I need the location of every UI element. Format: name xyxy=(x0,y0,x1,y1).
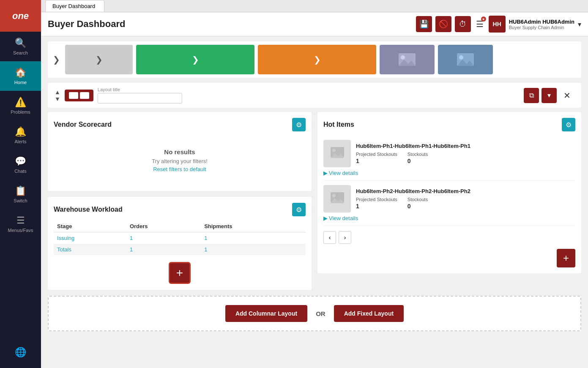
cancel-button[interactable]: 🚫 xyxy=(435,16,451,32)
switch-icon: 📋 xyxy=(15,185,26,196)
header-menu-button[interactable]: ☰ ★ xyxy=(474,17,485,31)
sidebar-item-label: Alerts xyxy=(14,139,26,144)
sidebar-item-label: Menus/Favs xyxy=(8,228,33,233)
main-content: ❯ ❯ ❯ ❯ xyxy=(41,36,588,368)
carousel-card-orange: ❯ xyxy=(258,45,376,74)
no-results-area: No results Try altering your filters! Re… xyxy=(54,136,306,185)
chat-icon: 💬 xyxy=(15,156,26,167)
chevron-down-icon: ▾ xyxy=(578,20,581,28)
hot-item-thumb-2 xyxy=(323,185,351,213)
svg-point-2 xyxy=(401,55,405,60)
view-details-link-1[interactable]: ▶ View details xyxy=(323,170,575,176)
proj-value-1: 1 xyxy=(356,158,397,164)
add-widget-area-left: + xyxy=(54,255,306,284)
user-name: HUB6Admin HUB6Admin xyxy=(509,19,574,25)
view-details-link-2[interactable]: ▶ View details xyxy=(323,215,575,221)
bottom-action-bar: Add Columnar Layout OR Add Fixed Layout xyxy=(48,296,581,331)
hot-item-stats-1: Projected Stockouts 1 Stockouts 0 xyxy=(356,152,575,164)
close-layout-button[interactable]: ✕ xyxy=(559,88,574,103)
sidebar-item-problems[interactable]: ⚠️ Problems xyxy=(0,91,41,120)
page-header: Buyer Dashboard 💾 🚫 ⏱ ☰ ★ HH HUB6Admin H… xyxy=(41,12,588,36)
chevron-down-icon: ▾ xyxy=(547,91,551,99)
add-widget-button-right[interactable]: + xyxy=(557,249,575,267)
hot-item-details-1: Hub6Item-Ph1-Hub6Item-Ph1-Hub6Item-Ph1 P… xyxy=(356,143,575,164)
layout-reorder: ▲ ▼ xyxy=(55,89,60,102)
layout-dropdown-button[interactable]: ▾ xyxy=(542,88,557,103)
sidebar-item-globe[interactable]: 🌐 xyxy=(0,341,41,364)
sidebar-item-label: Chats xyxy=(14,169,27,174)
warehouse-settings-button[interactable]: ⚙ xyxy=(292,203,306,216)
sidebar-item-home[interactable]: 🏠 Home xyxy=(0,61,41,91)
sidebar: one 🔍 Search 🏠 Home ⚠️ Problems 🔔 Alerts… xyxy=(0,0,41,368)
settings-icon: ⚙ xyxy=(296,121,302,129)
shipments-issuing: 1 xyxy=(201,232,306,244)
save-button[interactable]: 💾 xyxy=(416,16,432,32)
layout-rect1 xyxy=(69,92,78,99)
reorder-up-button[interactable]: ▲ xyxy=(55,89,60,95)
col-shipments: Shipments xyxy=(201,221,306,232)
projected-stockouts-2: Projected Stockouts 1 xyxy=(356,197,397,210)
sidebar-item-menus[interactable]: ☰ Menus/Favs xyxy=(0,209,41,239)
hot-items-settings-button[interactable]: ⚙ xyxy=(562,118,575,131)
page-prev-button[interactable]: ‹ xyxy=(323,231,336,244)
image-placeholder2-icon xyxy=(455,51,476,68)
layout-toolbar: ▲ ▼ Layout title ⧉ ▾ ✕ xyxy=(48,83,581,108)
orders-issuing: 1 xyxy=(126,232,201,244)
plus-icon: + xyxy=(176,266,183,280)
proj-label-1: Projected Stockouts xyxy=(356,152,397,157)
stockouts-2: Stockouts 0 xyxy=(407,197,428,210)
table-row: Issuing 1 1 xyxy=(54,232,306,244)
sidebar-item-alerts[interactable]: 🔔 Alerts xyxy=(0,120,41,150)
carousel-card-image1 xyxy=(380,45,435,74)
vendor-scorecard-header: Vendor Scorecard ⚙ xyxy=(54,118,306,131)
vendor-scorecard-settings-button[interactable]: ⚙ xyxy=(292,118,306,131)
user-info[interactable]: HH HUB6Admin HUB6Admin Buyer Supply Chai… xyxy=(489,16,581,33)
carousel-card-green: ❯ xyxy=(136,45,254,74)
stockouts-label-2: Stockouts xyxy=(407,197,428,202)
page-title: Buyer Dashboard xyxy=(48,19,411,30)
layout-style-button[interactable] xyxy=(65,90,93,101)
copy-layout-button[interactable]: ⧉ xyxy=(524,88,539,103)
user-role: Buyer Supply Chain Admin xyxy=(509,25,574,30)
hot-item-row-2: Hub6Item-Ph2-Hub6Item-Ph2-Hub6Item-Ph2 P… xyxy=(323,185,575,213)
page-next-button[interactable]: › xyxy=(339,231,351,244)
sidebar-bottom: 🌐 xyxy=(0,341,41,368)
sidebar-item-label: Search xyxy=(13,50,28,55)
search-icon: 🔍 xyxy=(15,38,26,49)
add-fixed-layout-button[interactable]: Add Fixed Layout xyxy=(334,305,404,322)
logo-text: one xyxy=(12,11,29,22)
hot-item-name-1: Hub6Item-Ph1-Hub6Item-Ph1-Hub6Item-Ph1 xyxy=(356,143,575,149)
table-row: Totals 1 1 xyxy=(54,244,306,255)
warehouse-table: Stage Orders Shipments Issuing 1 1 xyxy=(54,221,306,255)
carousel-section: ❯ ❯ ❯ ❯ xyxy=(48,41,581,78)
image-thumb-icon xyxy=(329,145,346,162)
warehouse-workload-title: Warehouse Workload xyxy=(54,206,123,213)
sidebar-item-switch[interactable]: 📋 Switch xyxy=(0,180,41,209)
stage-issuing[interactable]: Issuing xyxy=(54,232,126,244)
home-icon: 🏠 xyxy=(15,67,26,78)
add-columnar-layout-button[interactable]: Add Columnar Layout xyxy=(225,305,307,322)
projected-stockouts-1: Projected Stockouts 1 xyxy=(356,152,397,164)
carousel-arrow-icon[interactable]: ❯ xyxy=(51,53,62,66)
main-area: Buyer Dashboard Buyer Dashboard 💾 🚫 ⏱ ☰ … xyxy=(41,0,588,368)
warehouse-workload-widget: Warehouse Workload ⚙ Stage Orders Shipme… xyxy=(48,197,312,290)
layout-title-input[interactable] xyxy=(98,93,182,104)
settings-icon: ⚙ xyxy=(296,206,302,214)
tab-buyer-dashboard[interactable]: Buyer Dashboard xyxy=(45,0,104,12)
warning-icon: ⚠️ xyxy=(15,97,26,108)
tab-bar: Buyer Dashboard xyxy=(41,0,588,12)
reorder-down-button[interactable]: ▼ xyxy=(55,96,60,102)
history-button[interactable]: ⏱ xyxy=(455,16,471,32)
sidebar-item-search[interactable]: 🔍 Search xyxy=(0,32,41,61)
close-icon: ✕ xyxy=(563,90,571,101)
stage-totals[interactable]: Totals xyxy=(54,244,126,255)
shipments-totals: 1 xyxy=(201,244,306,255)
proj-label-2: Projected Stockouts xyxy=(356,197,397,202)
hot-item-details-2: Hub6Item-Ph2-Hub6Item-Ph2-Hub6Item-Ph2 P… xyxy=(356,188,575,210)
sidebar-item-chats[interactable]: 💬 Chats xyxy=(0,150,41,180)
stockouts-label-1: Stockouts xyxy=(407,152,428,157)
history-icon: ⏱ xyxy=(459,20,467,29)
hot-item-1: Hub6Item-Ph1-Hub6Item-Ph1-Hub6Item-Ph1 P… xyxy=(323,136,575,181)
add-widget-button-left[interactable]: + xyxy=(169,262,191,284)
reset-filters-link[interactable]: Reset filters to default xyxy=(54,166,306,172)
